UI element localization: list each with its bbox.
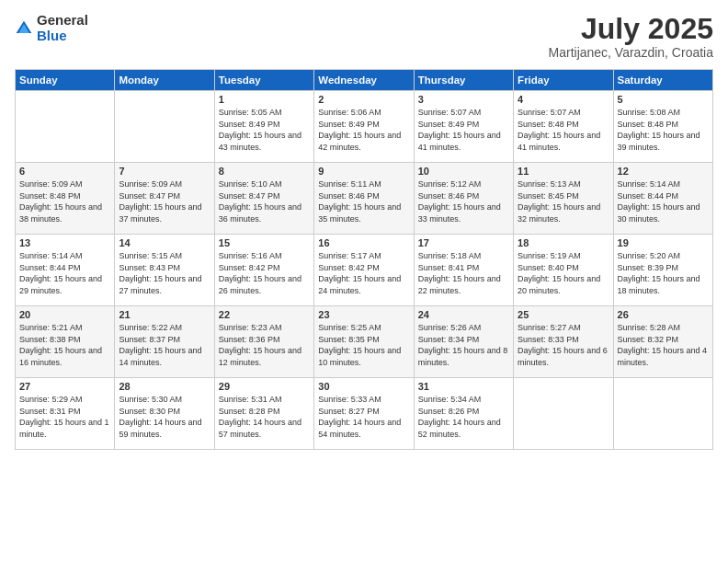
cell-info: Sunrise: 5:14 AM Sunset: 8:44 PM Dayligh… [19,250,110,296]
day-number: 6 [19,166,110,177]
day-number: 10 [418,166,509,177]
calendar-cell: 10Sunrise: 5:12 AM Sunset: 8:46 PM Dayli… [414,163,513,235]
cell-info: Sunrise: 5:15 AM Sunset: 8:43 PM Dayligh… [119,250,210,296]
calendar-cell: 2Sunrise: 5:06 AM Sunset: 8:49 PM Daylig… [314,91,414,163]
cell-info: Sunrise: 5:18 AM Sunset: 8:41 PM Dayligh… [418,250,509,296]
day-number: 15 [219,237,310,248]
cell-info: Sunrise: 5:20 AM Sunset: 8:39 PM Dayligh… [618,250,709,296]
cell-info: Sunrise: 5:29 AM Sunset: 8:31 PM Dayligh… [19,394,110,440]
calendar-cell [16,91,115,163]
day-number: 7 [119,166,210,177]
calendar-cell: 22Sunrise: 5:23 AM Sunset: 8:36 PM Dayli… [214,306,313,378]
day-header-friday: Friday [514,70,613,91]
calendar-cell: 7Sunrise: 5:09 AM Sunset: 8:47 PM Daylig… [115,163,214,235]
cell-info: Sunrise: 5:12 AM Sunset: 8:46 PM Dayligh… [418,178,509,224]
day-number: 20 [19,309,110,320]
calendar-cell: 29Sunrise: 5:31 AM Sunset: 8:28 PM Dayli… [214,378,313,450]
calendar-cell [514,378,613,450]
day-number: 5 [618,94,709,105]
cell-info: Sunrise: 5:16 AM Sunset: 8:42 PM Dayligh… [219,250,310,296]
day-header-sunday: Sunday [16,70,115,91]
title-area: July 2025 Martijanec, Varazdin, Croatia [549,13,713,60]
day-number: 23 [318,309,409,320]
calendar-cell: 12Sunrise: 5:14 AM Sunset: 8:44 PM Dayli… [613,163,712,235]
calendar-table: SundayMondayTuesdayWednesdayThursdayFrid… [15,69,713,450]
day-header-saturday: Saturday [613,70,712,91]
cell-info: Sunrise: 5:26 AM Sunset: 8:34 PM Dayligh… [418,322,509,368]
calendar-cell [115,91,214,163]
calendar-cell: 13Sunrise: 5:14 AM Sunset: 8:44 PM Dayli… [16,235,115,306]
day-header-tuesday: Tuesday [214,70,313,91]
calendar-cell: 6Sunrise: 5:09 AM Sunset: 8:48 PM Daylig… [16,163,115,235]
day-number: 3 [418,94,509,105]
cell-info: Sunrise: 5:05 AM Sunset: 8:49 PM Dayligh… [219,107,310,153]
calendar-cell: 18Sunrise: 5:19 AM Sunset: 8:40 PM Dayli… [514,235,613,306]
calendar-cell: 24Sunrise: 5:26 AM Sunset: 8:34 PM Dayli… [414,306,513,378]
calendar-cell: 17Sunrise: 5:18 AM Sunset: 8:41 PM Dayli… [414,235,513,306]
logo: General Blue [15,13,88,43]
cell-info: Sunrise: 5:25 AM Sunset: 8:35 PM Dayligh… [318,322,409,368]
calendar-cell: 23Sunrise: 5:25 AM Sunset: 8:35 PM Dayli… [314,306,414,378]
day-number: 19 [618,237,709,248]
cell-info: Sunrise: 5:06 AM Sunset: 8:49 PM Dayligh… [318,107,409,153]
calendar-cell: 28Sunrise: 5:30 AM Sunset: 8:30 PM Dayli… [115,378,214,450]
day-number: 4 [518,94,609,105]
day-number: 31 [418,381,509,392]
calendar-cell: 21Sunrise: 5:22 AM Sunset: 8:37 PM Dayli… [115,306,214,378]
cell-info: Sunrise: 5:33 AM Sunset: 8:27 PM Dayligh… [318,394,409,440]
calendar-cell: 15Sunrise: 5:16 AM Sunset: 8:42 PM Dayli… [214,235,313,306]
calendar-cell: 8Sunrise: 5:10 AM Sunset: 8:47 PM Daylig… [214,163,313,235]
day-number: 9 [318,166,409,177]
day-number: 8 [219,166,310,177]
day-number: 22 [219,309,310,320]
logo-blue: Blue [37,29,88,44]
day-number: 2 [318,94,409,105]
calendar-cell: 1Sunrise: 5:05 AM Sunset: 8:49 PM Daylig… [214,91,313,163]
day-header-wednesday: Wednesday [314,70,414,91]
cell-info: Sunrise: 5:23 AM Sunset: 8:36 PM Dayligh… [219,322,310,368]
calendar-cell: 26Sunrise: 5:28 AM Sunset: 8:32 PM Dayli… [613,306,712,378]
week-row-2: 6Sunrise: 5:09 AM Sunset: 8:48 PM Daylig… [16,163,713,235]
day-number: 13 [19,237,110,248]
month-title: July 2025 [549,13,713,45]
cell-info: Sunrise: 5:22 AM Sunset: 8:37 PM Dayligh… [119,322,210,368]
day-number: 27 [19,381,110,392]
calendar-cell: 19Sunrise: 5:20 AM Sunset: 8:39 PM Dayli… [613,235,712,306]
week-row-5: 27Sunrise: 5:29 AM Sunset: 8:31 PM Dayli… [16,378,713,450]
calendar-cell: 4Sunrise: 5:07 AM Sunset: 8:48 PM Daylig… [514,91,613,163]
day-number: 11 [518,166,609,177]
day-header-thursday: Thursday [414,70,513,91]
cell-info: Sunrise: 5:31 AM Sunset: 8:28 PM Dayligh… [219,394,310,440]
cell-info: Sunrise: 5:11 AM Sunset: 8:46 PM Dayligh… [318,178,409,224]
logo-general: General [37,13,88,29]
logo-icon [15,19,33,38]
calendar-cell: 11Sunrise: 5:13 AM Sunset: 8:45 PM Dayli… [514,163,613,235]
day-header-monday: Monday [115,70,214,91]
location: Martijanec, Varazdin, Croatia [549,45,713,60]
cell-info: Sunrise: 5:10 AM Sunset: 8:47 PM Dayligh… [219,178,310,224]
calendar-cell: 27Sunrise: 5:29 AM Sunset: 8:31 PM Dayli… [16,378,115,450]
day-number: 26 [618,309,709,320]
day-number: 21 [119,309,210,320]
calendar-cell: 9Sunrise: 5:11 AM Sunset: 8:46 PM Daylig… [314,163,414,235]
cell-info: Sunrise: 5:14 AM Sunset: 8:44 PM Dayligh… [618,178,709,224]
day-number: 24 [418,309,509,320]
cell-info: Sunrise: 5:17 AM Sunset: 8:42 PM Dayligh… [318,250,409,296]
cell-info: Sunrise: 5:21 AM Sunset: 8:38 PM Dayligh… [19,322,110,368]
week-row-3: 13Sunrise: 5:14 AM Sunset: 8:44 PM Dayli… [16,235,713,306]
day-number: 28 [119,381,210,392]
week-row-1: 1Sunrise: 5:05 AM Sunset: 8:49 PM Daylig… [16,91,713,163]
day-number: 16 [318,237,409,248]
calendar-cell: 14Sunrise: 5:15 AM Sunset: 8:43 PM Dayli… [115,235,214,306]
day-number: 29 [219,381,310,392]
calendar-cell [613,378,712,450]
calendar-cell: 31Sunrise: 5:34 AM Sunset: 8:26 PM Dayli… [414,378,513,450]
calendar-cell: 20Sunrise: 5:21 AM Sunset: 8:38 PM Dayli… [16,306,115,378]
day-number: 17 [418,237,509,248]
calendar-cell: 16Sunrise: 5:17 AM Sunset: 8:42 PM Dayli… [314,235,414,306]
cell-info: Sunrise: 5:27 AM Sunset: 8:33 PM Dayligh… [518,322,609,368]
cell-info: Sunrise: 5:09 AM Sunset: 8:47 PM Dayligh… [119,178,210,224]
calendar-cell: 30Sunrise: 5:33 AM Sunset: 8:27 PM Dayli… [314,378,414,450]
day-number: 12 [618,166,709,177]
day-number: 14 [119,237,210,248]
